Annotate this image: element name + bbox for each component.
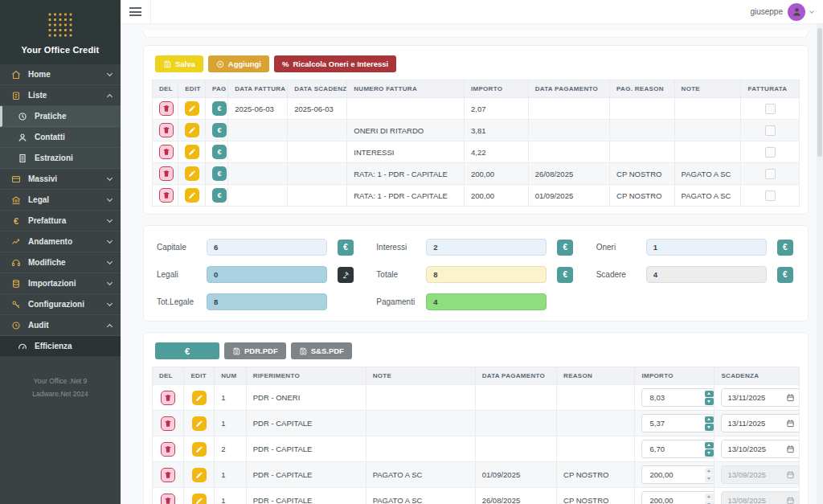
- cell-data-scadenza: [288, 141, 347, 163]
- edit-button[interactable]: [185, 166, 199, 181]
- vertical-scrollbar[interactable]: [817, 24, 823, 504]
- cell-numero-fattura: RATA: 1 - PDR - CAPITALE: [347, 163, 465, 185]
- delete-button[interactable]: [161, 494, 175, 504]
- number-stepper[interactable]: [703, 440, 714, 457]
- sidebar-toggle-button[interactable]: [121, 0, 151, 24]
- sidebar-item-modifiche[interactable]: Modifiche: [0, 252, 121, 273]
- sidebar-item-audit[interactable]: Audit: [0, 315, 121, 336]
- sidebar-item-home[interactable]: Home: [0, 64, 121, 85]
- capitale-input[interactable]: [207, 239, 327, 256]
- interessi-input[interactable]: [426, 239, 547, 256]
- importo-input[interactable]: 5,37: [641, 414, 714, 432]
- pencil-icon: [195, 497, 203, 504]
- col-pag: PAG: [205, 80, 227, 98]
- pay-euro-button[interactable]: €: [212, 101, 227, 116]
- fatturata-checkbox[interactable]: [765, 104, 776, 114]
- delete-button[interactable]: [159, 123, 174, 137]
- sidebar-item-andamento[interactable]: Andamento: [0, 232, 121, 252]
- importo-input[interactable]: 6,70: [641, 440, 714, 458]
- euro-action-button[interactable]: €: [155, 342, 219, 359]
- scadenza-date-input[interactable]: 13/10/2025: [721, 440, 799, 458]
- sidebar-item-liste[interactable]: Liste: [0, 85, 121, 106]
- edit-button[interactable]: [185, 188, 199, 203]
- delete-button[interactable]: [161, 391, 175, 405]
- importo-input[interactable]: 200,00: [641, 465, 714, 484]
- number-stepper[interactable]: [703, 389, 714, 406]
- capitale-euro-button[interactable]: €: [338, 240, 354, 256]
- legali-input[interactable]: [207, 266, 327, 283]
- chevron-down-icon: [107, 280, 113, 285]
- pagamenti-input[interactable]: [426, 293, 547, 310]
- scadere-input[interactable]: [646, 266, 767, 283]
- user-menu[interactable]: giuseppe: [750, 3, 813, 21]
- sidebar-item-pratiche[interactable]: Pratiche: [0, 106, 121, 127]
- col-del: DEL: [153, 367, 184, 385]
- totale-euro-button[interactable]: €: [557, 267, 573, 283]
- pay-euro-button[interactable]: €: [212, 123, 227, 137]
- pdr-pdf-button[interactable]: PDR.PDF: [224, 342, 286, 359]
- ss-pdf-label: S&S.PDF: [311, 346, 344, 355]
- scadenza-date-input[interactable]: 13/11/2025: [721, 388, 799, 407]
- importo-value: 200,00: [642, 492, 703, 504]
- sidebar-item-efficienza[interactable]: Efficienza: [0, 336, 121, 357]
- step-up-button[interactable]: [705, 416, 714, 424]
- step-down-button[interactable]: [705, 398, 714, 405]
- edit-button[interactable]: [192, 442, 207, 457]
- scrollbar-thumb[interactable]: [817, 28, 822, 157]
- sidebar-item-legal[interactable]: Legal: [0, 190, 121, 211]
- table-row: 1 PDR - CAPITALE PAGATO A SC 01/09/2025 …: [153, 462, 800, 488]
- importo-input[interactable]: 200,00: [641, 491, 714, 504]
- scadere-euro-button[interactable]: €: [777, 267, 793, 283]
- oneri-input[interactable]: [646, 239, 767, 256]
- pay-euro-button[interactable]: €: [212, 166, 227, 181]
- scadenza-date-input[interactable]: 13/11/2025: [721, 414, 799, 432]
- invoices-table: DEL EDIT PAG DATA FATTURA DATA SCADENZA …: [152, 80, 800, 207]
- pay-euro-button[interactable]: €: [212, 188, 227, 203]
- delete-button[interactable]: [161, 468, 175, 482]
- edit-button[interactable]: [192, 391, 207, 405]
- edit-button[interactable]: [185, 101, 199, 116]
- interessi-euro-button[interactable]: €: [557, 240, 573, 256]
- tot-legale-input[interactable]: [207, 293, 327, 310]
- add-button[interactable]: Aggiungi: [208, 55, 269, 72]
- sidebar-item-prefattura[interactable]: € Prefattura: [0, 211, 121, 232]
- step-up-button[interactable]: [705, 442, 714, 449]
- edit-button[interactable]: [185, 123, 199, 137]
- cell-riferimento: PDR - CAPITALE: [246, 462, 366, 488]
- totale-input[interactable]: [426, 266, 547, 283]
- fatturata-checkbox[interactable]: [765, 191, 776, 201]
- fatturata-checkbox[interactable]: [765, 169, 776, 179]
- delete-button[interactable]: [159, 101, 174, 116]
- pay-euro-button[interactable]: €: [212, 145, 227, 159]
- delete-button[interactable]: [159, 166, 174, 181]
- save-button[interactable]: Salva: [155, 55, 203, 72]
- recalc-button[interactable]: % Ricalcola Oneri e Interessi: [274, 55, 396, 72]
- sidebar-item-massivi[interactable]: Massivi: [0, 169, 121, 190]
- fatturata-checkbox[interactable]: [765, 125, 776, 136]
- delete-button[interactable]: [161, 442, 175, 457]
- sidebar-item-importazioni[interactable]: Importazioni: [0, 273, 121, 294]
- step-down-button[interactable]: [705, 449, 714, 457]
- fatturata-checkbox[interactable]: [765, 147, 776, 158]
- importo-input[interactable]: 8,03: [641, 388, 714, 407]
- sidebar-item-contatti[interactable]: Contatti: [0, 127, 121, 148]
- edit-button[interactable]: [192, 494, 207, 504]
- field-label: Oneri: [596, 243, 646, 252]
- col-reason: REASON: [557, 367, 635, 385]
- legali-gavel-button[interactable]: [338, 267, 354, 283]
- number-stepper[interactable]: [703, 415, 714, 432]
- delete-button[interactable]: [159, 188, 174, 203]
- ss-pdf-button[interactable]: S&S.PDF: [291, 342, 352, 359]
- edit-button[interactable]: [192, 468, 207, 482]
- step-up-button[interactable]: [705, 391, 714, 398]
- delete-button[interactable]: [159, 145, 174, 159]
- edit-button[interactable]: [192, 416, 207, 431]
- field-scadere: Scadere €: [596, 266, 795, 283]
- edit-button[interactable]: [185, 145, 199, 159]
- sidebar-item-estrazioni[interactable]: Estrazioni: [0, 148, 121, 169]
- step-down-button[interactable]: [705, 424, 714, 431]
- oneri-euro-button[interactable]: €: [777, 240, 793, 256]
- delete-button[interactable]: [161, 416, 175, 431]
- cell-note: [366, 385, 475, 411]
- sidebar-item-configurazioni[interactable]: Configurazioni: [0, 294, 121, 315]
